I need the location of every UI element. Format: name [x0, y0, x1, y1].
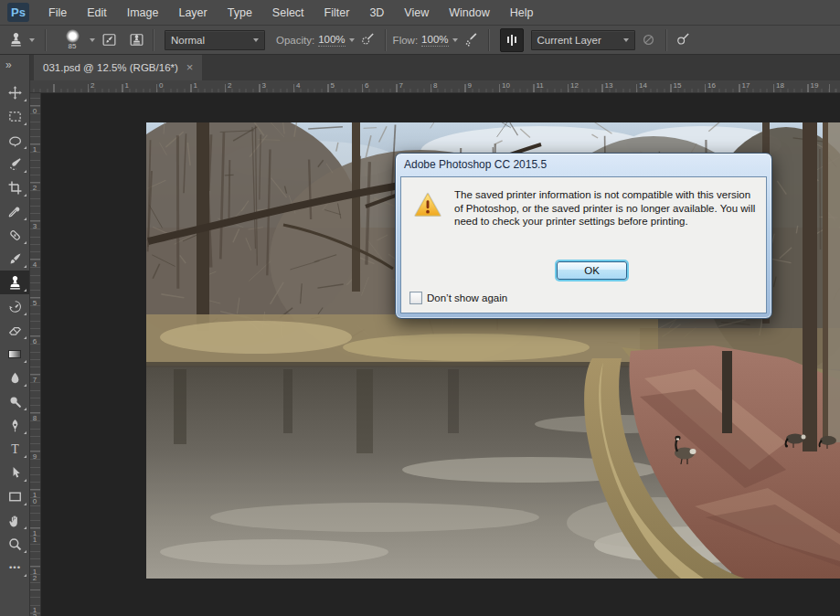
ruler-label: 1 [194, 81, 197, 90]
dialog-message: The saved printer information is not com… [454, 188, 761, 228]
svg-text:T: T [11, 442, 19, 456]
brush-preview-icon [66, 29, 80, 43]
ruler-label: 6 [31, 338, 38, 345]
ruler-label: 5 [331, 81, 335, 90]
tool-lasso[interactable] [0, 128, 29, 152]
tool-rectangular-marquee[interactable] [0, 104, 29, 128]
tool-brush[interactable] [0, 247, 29, 271]
chevron-down-icon[interactable] [90, 38, 95, 42]
dialog-titlebar[interactable]: Adobe Photoshop CC 2015.5 [400, 154, 767, 176]
blend-mode-value: Normal [171, 35, 205, 46]
tool-quick-selection[interactable] [0, 152, 29, 175]
ruler-label: 2 [228, 81, 231, 90]
tool-rectangle-shape[interactable] [0, 484, 29, 508]
menu-file[interactable]: File [38, 0, 77, 26]
menu-window[interactable]: Window [439, 0, 499, 26]
tool-pen[interactable] [0, 413, 29, 437]
printer-warning-dialog: Adobe Photoshop CC 2015.5 The saved prin… [395, 153, 772, 319]
ruler-label: 9 [31, 453, 38, 460]
ruler-label: 13 [31, 607, 38, 616]
chevron-down-icon[interactable] [29, 38, 35, 42]
tool-clone-stamp[interactable] [0, 271, 29, 294]
chevron-down-icon[interactable] [452, 38, 458, 42]
brush-preset-picker[interactable]: 85 [58, 29, 86, 50]
warning-icon [412, 191, 443, 219]
aligned-toggle[interactable] [500, 28, 524, 52]
ruler-label: 13 [605, 81, 613, 90]
ruler-label: 9 [468, 81, 472, 90]
tool-history-brush[interactable] [0, 294, 29, 318]
ruler-label: 2 [90, 81, 94, 90]
document-tab[interactable]: 031.psd @ 12.5% (RGB/16*) × [34, 55, 202, 80]
tool-type[interactable]: T [0, 437, 29, 461]
ruler-label: 18 [776, 81, 784, 90]
menu-filter[interactable]: Filter [314, 0, 360, 26]
blend-mode-select[interactable]: Normal [165, 30, 265, 50]
tool-crop[interactable] [0, 175, 29, 199]
ruler-label: 11 [31, 530, 38, 543]
document-tab-title: 031.psd @ 12.5% (RGB/16*) [43, 62, 178, 73]
ruler-label: 14 [639, 81, 647, 90]
menu-image[interactable]: Image [117, 0, 169, 26]
ruler-label: 2 [31, 185, 38, 191]
ruler-label: 1 [125, 81, 129, 90]
tab-bar: 031.psd @ 12.5% (RGB/16*) × [30, 55, 840, 80]
tool-eraser[interactable] [0, 318, 29, 342]
menu-layer[interactable]: Layer [168, 0, 217, 26]
divider [153, 29, 154, 51]
divider [45, 29, 47, 51]
tool-path-selection[interactable] [0, 461, 29, 484]
ruler-label: 4 [31, 261, 38, 268]
tool-eyedropper[interactable] [0, 199, 29, 223]
ruler-label: 3 [262, 81, 266, 90]
toggle-clone-source-panel-icon[interactable] [126, 29, 146, 51]
options-bar: 85 Normal Opacity: 100% Flow: 100% Curre… [0, 26, 840, 55]
opacity-value[interactable]: 100% [318, 34, 345, 47]
tool-preset-clone-stamp-icon[interactable] [5, 29, 26, 51]
ruler-label: 12 [31, 568, 38, 581]
tool-blur[interactable] [0, 366, 29, 389]
menu-edit[interactable]: Edit [77, 0, 117, 26]
menu-view[interactable]: View [394, 0, 439, 26]
tool-gradient[interactable] [0, 342, 29, 366]
ruler-label: 5 [31, 300, 38, 306]
size-pressure-icon[interactable] [674, 29, 694, 51]
tool-hand[interactable] [0, 508, 29, 532]
menu-items: FileEditImageLayerTypeSelectFilter3DView… [38, 0, 543, 26]
tool-zoom[interactable] [0, 532, 29, 556]
menu-type[interactable]: Type [218, 0, 262, 26]
collapse-toolbar-button[interactable]: » [0, 55, 29, 77]
horizontal-ruler: 210123456789101112131415161718192 [30, 80, 840, 93]
ruler-label: 8 [433, 81, 437, 90]
opacity-pressure-icon[interactable] [358, 29, 378, 51]
photoshop-window: Ps FileEditImageLayerTypeSelectFilter3DV… [0, 0, 840, 616]
tab-close-icon[interactable]: × [186, 62, 194, 73]
flow-value[interactable]: 100% [421, 34, 448, 47]
ruler-label: 10 [502, 81, 510, 90]
sample-select[interactable]: Current Layer [531, 30, 635, 50]
airbrush-icon[interactable] [462, 29, 482, 51]
ignore-adjustment-layers-icon[interactable] [639, 29, 659, 51]
sample-value: Current Layer [537, 35, 601, 46]
chevron-down-icon[interactable] [349, 38, 355, 42]
dialog-title: Adobe Photoshop CC 2015.5 [404, 158, 547, 171]
photoshop-logo: Ps [7, 3, 29, 22]
menu-select[interactable]: Select [262, 0, 314, 26]
menu-3d[interactable]: 3D [359, 0, 394, 26]
menu-bar: Ps FileEditImageLayerTypeSelectFilter3DV… [0, 0, 840, 26]
ruler-label: 15 [674, 81, 682, 90]
tool-bar: » T••• ⇄ [0, 55, 30, 616]
tool-dodge[interactable] [0, 389, 29, 413]
ruler-label: 0 [31, 108, 38, 114]
menu-help[interactable]: Help [500, 0, 544, 26]
brush-size-value: 85 [69, 43, 77, 50]
ruler-label: 7 [31, 377, 38, 383]
dont-show-checkbox[interactable] [409, 292, 422, 304]
tool-spot-healing-brush[interactable] [0, 223, 29, 247]
tool-move[interactable] [0, 80, 29, 104]
tool-edit-toolbar[interactable]: ••• [0, 556, 29, 579]
ruler-label: 19 [811, 81, 819, 90]
ok-button[interactable]: OK [557, 261, 627, 280]
divider [385, 29, 387, 51]
toggle-brush-panel-icon[interactable] [99, 29, 119, 51]
